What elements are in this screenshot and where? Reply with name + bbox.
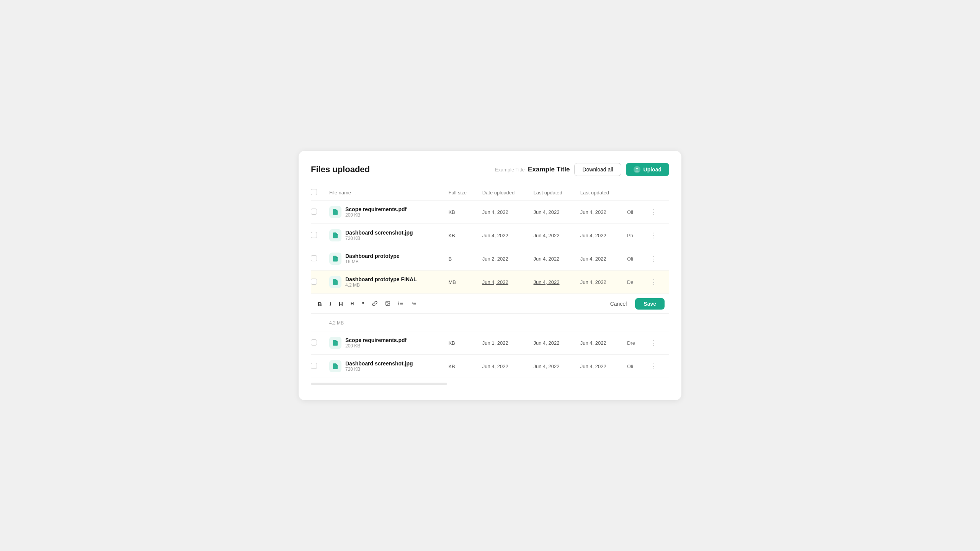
row-menu-button[interactable]: ⋮ (648, 207, 660, 217)
upload-button[interactable]: Upload (626, 163, 669, 176)
file-size: 16 MB (345, 259, 400, 264)
file-size: 200 KB (345, 343, 407, 349)
row-date-uploaded: Jun 4, 2022 (478, 224, 529, 247)
last-updated-1-value: Jun 4, 2022 (534, 209, 560, 215)
row-menu-button[interactable]: ⋮ (648, 254, 660, 264)
toolbar-format-buttons: B I H H " (315, 299, 419, 309)
row-file-cell: Dashboard prototype FINAL 4.2 MB (325, 271, 444, 294)
row-checkbox-cell (311, 331, 325, 355)
row-size-short: B (444, 247, 477, 271)
row-last-updated-1: Jun 4, 2022 (529, 331, 576, 355)
row-checkbox-cell (311, 355, 325, 378)
svg-point-2 (387, 302, 387, 303)
ordered-list-button[interactable] (409, 299, 419, 309)
bold-button[interactable]: B (315, 299, 324, 309)
size-short-value: KB (448, 364, 455, 369)
download-all-button[interactable]: Download all (574, 163, 621, 176)
row-menu-button[interactable]: ⋮ (648, 277, 660, 287)
toolbar-cell: B I H H " (311, 294, 669, 314)
row-user: Oli (622, 355, 644, 378)
row-file-cell: Dashboard prototype 16 MB (325, 247, 444, 271)
row-user: Oli (622, 247, 644, 271)
row-user: Oli (622, 201, 644, 224)
row-last-updated-2: Jun 4, 2022 (576, 201, 622, 224)
file-type-icon (329, 276, 341, 288)
row-last-updated-2: Jun 4, 2022 (576, 271, 622, 294)
date-uploaded-value: Jun 4, 2022 (482, 209, 508, 215)
row-file-cell: Scope requirements.pdf 200 KB (325, 331, 444, 355)
last-updated-1-value: Jun 4, 2022 (534, 256, 560, 262)
size-short-value: B (448, 256, 452, 262)
row-last-updated-2: Jun 4, 2022 (576, 247, 622, 271)
col-date-uploaded: Date uploaded (478, 185, 529, 201)
editor-toolbar: B I H H " (311, 294, 669, 314)
blockquote-button[interactable]: " (359, 299, 367, 309)
last-updated-1-value: Jun 4, 2022 (534, 364, 560, 369)
row-checkbox[interactable] (311, 363, 317, 369)
row-checkbox-cell (311, 271, 325, 294)
table-row: Dashboard screenshot.jpg 720 KB KB Jun 4… (311, 224, 669, 247)
table-row: Dashboard prototype 16 MB B Jun 2, 2022 … (311, 247, 669, 271)
row-checkbox[interactable] (311, 232, 317, 238)
row-last-updated-1: Jun 4, 2022 (529, 201, 576, 224)
row-last-updated-2: Jun 4, 2022 (576, 355, 622, 378)
size-short-value: KB (448, 340, 455, 346)
file-type-icon (329, 206, 341, 218)
save-button[interactable]: Save (635, 298, 665, 310)
row-checkbox[interactable] (311, 255, 317, 261)
horizontal-scrollbar[interactable] (311, 383, 447, 385)
row-menu-button[interactable]: ⋮ (648, 361, 660, 371)
file-type-icon (329, 360, 341, 372)
select-all-checkbox[interactable] (311, 189, 317, 195)
image-button[interactable] (383, 299, 393, 309)
date-uploaded-value: Jun 4, 2022 (482, 364, 508, 369)
file-size: 200 KB (345, 212, 407, 218)
row-menu-button[interactable]: ⋮ (648, 338, 660, 348)
user-avatar: Oli (627, 256, 633, 262)
row-date-uploaded: Jun 1, 2022 (478, 331, 529, 355)
card-header: Files uploaded Example Title Example Tit… (311, 163, 669, 176)
row-checkbox[interactable] (311, 209, 317, 215)
heading2-button[interactable]: H (348, 300, 356, 308)
row-user: Dre (622, 331, 644, 355)
unordered-list-button[interactable] (396, 299, 406, 309)
last-updated-1-value: Jun 4, 2022 (534, 279, 560, 285)
italic-button[interactable]: I (327, 299, 333, 309)
file-name: Dashboard screenshot.jpg (345, 360, 413, 367)
row-actions-cell: ⋮ (644, 271, 669, 294)
link-button[interactable] (370, 299, 380, 309)
row-date-uploaded: Jun 4, 2022 (478, 201, 529, 224)
row-last-updated-2: Jun 4, 2022 (576, 331, 622, 355)
file-name: Scope requirements.pdf (345, 206, 407, 212)
col-last-updated-2: Last updated (576, 185, 622, 201)
row-menu-button[interactable]: ⋮ (648, 230, 660, 240)
file-size: 720 KB (345, 236, 413, 241)
svg-point-7 (399, 303, 399, 303)
row-size-short: KB (444, 224, 477, 247)
date-uploaded-value: Jun 4, 2022 (482, 233, 508, 238)
row-checkbox[interactable] (311, 279, 317, 285)
user-avatar: Oli (627, 364, 633, 369)
row-last-updated-1: Jun 4, 2022 (529, 247, 576, 271)
user-avatar: Ph (627, 233, 633, 238)
cancel-button[interactable]: Cancel (606, 298, 632, 309)
col-actions (644, 185, 669, 201)
last-updated-2-value: Jun 4, 2022 (580, 256, 606, 262)
last-updated-1-value: Jun 4, 2022 (534, 340, 560, 346)
file-name: Dashboard screenshot.jpg (345, 230, 413, 236)
table-row: Scope requirements.pdf 200 KB KB Jun 4, … (311, 201, 669, 224)
user-avatar: Oli (627, 209, 633, 215)
upload-icon (634, 166, 640, 173)
row-date-uploaded: Jun 4, 2022 (478, 355, 529, 378)
row-date-uploaded: Jun 2, 2022 (478, 247, 529, 271)
files-card: Files uploaded Example Title Example Tit… (299, 151, 681, 400)
col-checkbox (311, 185, 325, 201)
size-hint-cell: 4.2 MB (325, 314, 444, 331)
size-short-value: MB (448, 279, 456, 285)
row-checkbox[interactable] (311, 339, 317, 346)
col-filename: File name ↓ (325, 185, 444, 201)
file-name: Dashboard prototype FINAL (345, 276, 417, 282)
heading1-button[interactable]: H (336, 299, 345, 309)
row-size-short: KB (444, 355, 477, 378)
example-value: Example Title (528, 166, 570, 173)
